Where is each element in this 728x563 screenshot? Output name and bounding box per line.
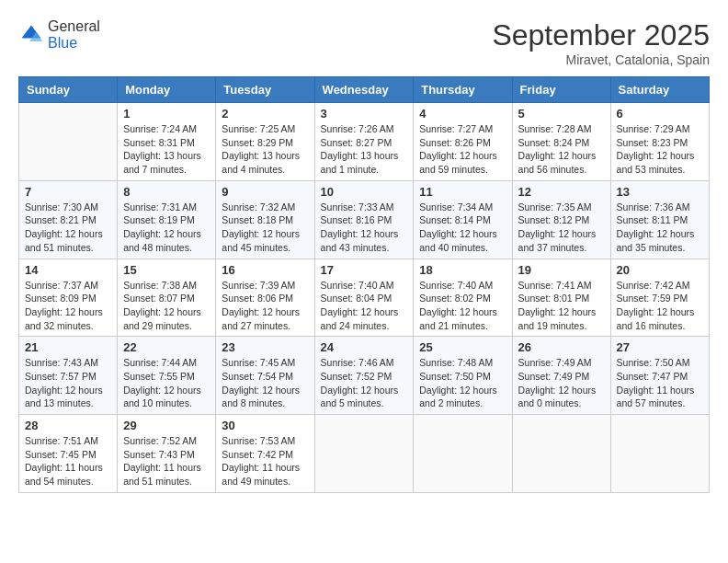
calendar-cell: 6Sunrise: 7:29 AMSunset: 8:23 PMDaylight… (610, 103, 709, 181)
day-number: 1 (123, 107, 210, 121)
calendar-cell: 25Sunrise: 7:48 AMSunset: 7:50 PMDayligh… (414, 337, 512, 415)
day-info: Sunrise: 7:31 AMSunset: 8:19 PMDaylight:… (123, 201, 210, 255)
day-info: Sunrise: 7:33 AMSunset: 8:16 PMDaylight:… (321, 201, 408, 255)
day-header-friday: Friday (512, 77, 610, 103)
location: Miravet, Catalonia, Spain (492, 52, 710, 67)
day-number: 14 (25, 263, 111, 277)
calendar-cell: 26Sunrise: 7:49 AMSunset: 7:49 PMDayligh… (512, 337, 610, 415)
day-info: Sunrise: 7:41 AMSunset: 8:01 PMDaylight:… (518, 279, 605, 333)
day-info: Sunrise: 7:52 AMSunset: 7:43 PMDaylight:… (123, 434, 210, 488)
calendar-cell: 28Sunrise: 7:51 AMSunset: 7:45 PMDayligh… (19, 415, 118, 493)
day-info: Sunrise: 7:39 AMSunset: 8:06 PMDaylight:… (222, 279, 308, 333)
day-number: 22 (123, 340, 210, 354)
day-info: Sunrise: 7:25 AMSunset: 8:29 PMDaylight:… (222, 122, 308, 177)
calendar-cell: 24Sunrise: 7:46 AMSunset: 7:52 PMDayligh… (314, 337, 414, 415)
day-info: Sunrise: 7:35 AMSunset: 8:12 PMDaylight:… (518, 201, 605, 255)
day-info: Sunrise: 7:42 AMSunset: 7:59 PMDaylight:… (617, 279, 703, 333)
calendar-cell: 18Sunrise: 7:40 AMSunset: 8:02 PMDayligh… (414, 259, 512, 337)
calendar-cell: 13Sunrise: 7:36 AMSunset: 8:11 PMDayligh… (610, 180, 709, 259)
day-number: 7 (25, 185, 111, 199)
calendar-cell: 22Sunrise: 7:44 AMSunset: 7:55 PMDayligh… (118, 337, 216, 415)
calendar-cell: 20Sunrise: 7:42 AMSunset: 7:59 PMDayligh… (610, 259, 709, 337)
day-number: 11 (419, 185, 506, 199)
logo: General Blue (18, 18, 100, 52)
day-info: Sunrise: 7:48 AMSunset: 7:50 PMDaylight:… (419, 356, 506, 410)
day-number: 19 (518, 263, 605, 277)
calendar-cell: 30Sunrise: 7:53 AMSunset: 7:42 PMDayligh… (216, 415, 314, 493)
calendar-cell (19, 103, 118, 181)
logo-icon (18, 22, 44, 48)
day-info: Sunrise: 7:28 AMSunset: 8:24 PMDaylight:… (518, 122, 605, 177)
calendar-cell: 10Sunrise: 7:33 AMSunset: 8:16 PMDayligh… (314, 180, 414, 259)
day-info: Sunrise: 7:30 AMSunset: 8:21 PMDaylight:… (25, 201, 111, 255)
logo-text: General Blue (48, 18, 100, 52)
calendar-cell: 19Sunrise: 7:41 AMSunset: 8:01 PMDayligh… (512, 259, 610, 337)
day-number: 25 (419, 340, 506, 354)
calendar-week-1: 1Sunrise: 7:24 AMSunset: 8:31 PMDaylight… (19, 103, 710, 181)
day-number: 6 (617, 107, 703, 121)
calendar-cell (610, 415, 709, 493)
day-info: Sunrise: 7:37 AMSunset: 8:09 PMDaylight:… (25, 279, 111, 333)
calendar-cell: 12Sunrise: 7:35 AMSunset: 8:12 PMDayligh… (512, 180, 610, 259)
day-number: 27 (617, 340, 703, 354)
day-info: Sunrise: 7:44 AMSunset: 7:55 PMDaylight:… (123, 356, 210, 410)
day-info: Sunrise: 7:51 AMSunset: 7:45 PMDaylight:… (25, 434, 111, 488)
day-number: 29 (123, 419, 210, 432)
day-number: 30 (222, 419, 308, 432)
day-info: Sunrise: 7:43 AMSunset: 7:57 PMDaylight:… (25, 356, 111, 410)
calendar-cell: 8Sunrise: 7:31 AMSunset: 8:19 PMDaylight… (118, 180, 216, 259)
day-number: 8 (123, 185, 210, 199)
day-info: Sunrise: 7:32 AMSunset: 8:18 PMDaylight:… (222, 201, 308, 255)
day-header-tuesday: Tuesday (216, 77, 314, 103)
day-number: 15 (123, 263, 210, 277)
calendar-header-row: SundayMondayTuesdayWednesdayThursdayFrid… (19, 77, 710, 103)
calendar-cell (414, 415, 512, 493)
calendar-cell: 9Sunrise: 7:32 AMSunset: 8:18 PMDaylight… (216, 180, 314, 259)
day-number: 4 (419, 107, 506, 121)
calendar-week-5: 28Sunrise: 7:51 AMSunset: 7:45 PMDayligh… (19, 415, 710, 493)
calendar-table: SundayMondayTuesdayWednesdayThursdayFrid… (18, 76, 710, 493)
day-number: 26 (518, 340, 605, 354)
day-number: 2 (222, 107, 308, 121)
day-number: 16 (222, 263, 308, 277)
day-number: 24 (321, 340, 408, 354)
day-info: Sunrise: 7:40 AMSunset: 8:02 PMDaylight:… (419, 279, 506, 333)
calendar-cell (314, 415, 414, 493)
calendar-cell: 4Sunrise: 7:27 AMSunset: 8:26 PMDaylight… (414, 103, 512, 181)
day-info: Sunrise: 7:36 AMSunset: 8:11 PMDaylight:… (617, 201, 703, 255)
calendar-cell: 3Sunrise: 7:26 AMSunset: 8:27 PMDaylight… (314, 103, 414, 181)
day-info: Sunrise: 7:45 AMSunset: 7:54 PMDaylight:… (222, 356, 308, 410)
day-header-thursday: Thursday (414, 77, 512, 103)
month-title: September 2025 (492, 18, 710, 52)
calendar-week-2: 7Sunrise: 7:30 AMSunset: 8:21 PMDaylight… (19, 180, 710, 259)
day-info: Sunrise: 7:49 AMSunset: 7:49 PMDaylight:… (518, 356, 605, 410)
day-info: Sunrise: 7:46 AMSunset: 7:52 PMDaylight:… (321, 356, 408, 410)
day-header-saturday: Saturday (610, 77, 709, 103)
day-info: Sunrise: 7:50 AMSunset: 7:47 PMDaylight:… (617, 356, 703, 410)
day-info: Sunrise: 7:27 AMSunset: 8:26 PMDaylight:… (419, 122, 506, 177)
calendar-week-4: 21Sunrise: 7:43 AMSunset: 7:57 PMDayligh… (19, 337, 710, 415)
day-header-sunday: Sunday (19, 77, 118, 103)
calendar-cell: 23Sunrise: 7:45 AMSunset: 7:54 PMDayligh… (216, 337, 314, 415)
day-number: 5 (518, 107, 605, 121)
day-number: 17 (321, 263, 408, 277)
calendar-cell: 15Sunrise: 7:38 AMSunset: 8:07 PMDayligh… (118, 259, 216, 337)
day-number: 21 (25, 340, 111, 354)
calendar-cell: 7Sunrise: 7:30 AMSunset: 8:21 PMDaylight… (19, 180, 118, 259)
day-number: 9 (222, 185, 308, 199)
calendar-cell: 1Sunrise: 7:24 AMSunset: 8:31 PMDaylight… (118, 103, 216, 181)
day-header-wednesday: Wednesday (314, 77, 414, 103)
day-number: 23 (222, 340, 308, 354)
day-header-monday: Monday (118, 77, 216, 103)
day-info: Sunrise: 7:24 AMSunset: 8:31 PMDaylight:… (123, 122, 210, 177)
calendar-cell (512, 415, 610, 493)
day-number: 10 (321, 185, 408, 199)
calendar-week-3: 14Sunrise: 7:37 AMSunset: 8:09 PMDayligh… (19, 259, 710, 337)
calendar-cell: 16Sunrise: 7:39 AMSunset: 8:06 PMDayligh… (216, 259, 314, 337)
calendar-cell: 21Sunrise: 7:43 AMSunset: 7:57 PMDayligh… (19, 337, 118, 415)
day-info: Sunrise: 7:40 AMSunset: 8:04 PMDaylight:… (321, 279, 408, 333)
calendar-cell: 2Sunrise: 7:25 AMSunset: 8:29 PMDaylight… (216, 103, 314, 181)
day-info: Sunrise: 7:53 AMSunset: 7:42 PMDaylight:… (222, 434, 308, 488)
day-number: 12 (518, 185, 605, 199)
calendar-cell: 29Sunrise: 7:52 AMSunset: 7:43 PMDayligh… (118, 415, 216, 493)
